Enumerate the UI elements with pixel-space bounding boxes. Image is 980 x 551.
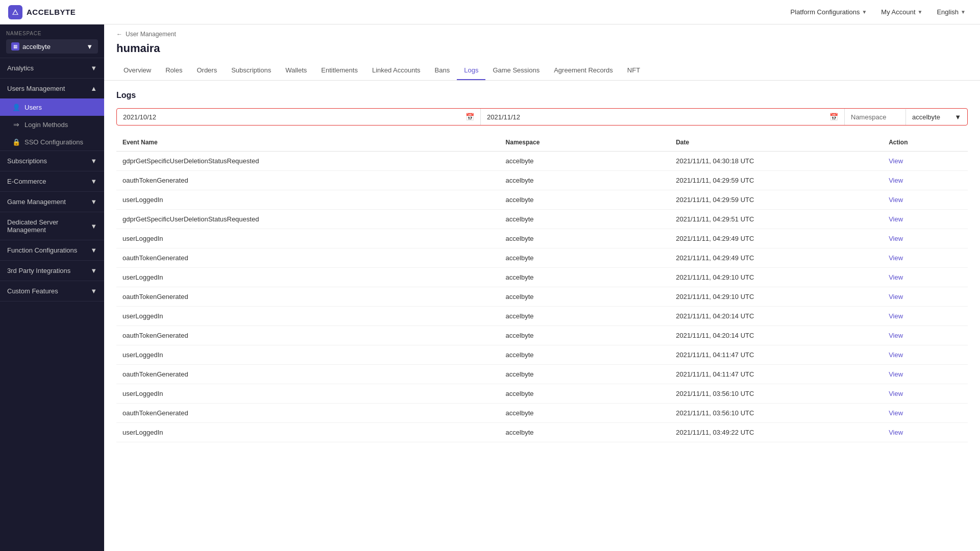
cell-event-5: oauthTokenGenerated bbox=[116, 248, 500, 268]
function-configurations-chevron-icon: ▼ bbox=[90, 246, 97, 254]
namespace-selector[interactable]: ▦ accelbyte ▼ bbox=[6, 39, 98, 54]
view-button-7[interactable]: View bbox=[889, 293, 903, 300]
sidebar-group-custom-features: Custom Features ▼ bbox=[0, 281, 104, 302]
table-row: userLoggedIn accelbyte 2021/11/11, 03:49… bbox=[116, 423, 968, 442]
cell-event-11: oauthTokenGenerated bbox=[116, 365, 500, 384]
cell-date-13: 2021/11/11, 03:56:10 UTC bbox=[670, 404, 883, 423]
view-button-5[interactable]: View bbox=[889, 254, 903, 262]
tab-bans[interactable]: Bans bbox=[428, 61, 457, 80]
sidebar-group-subscriptions: Subscriptions ▼ bbox=[0, 151, 104, 171]
table-row: oauthTokenGenerated accelbyte 2021/11/11… bbox=[116, 365, 968, 384]
namespace-chevron-icon: ▼ bbox=[86, 43, 93, 51]
view-button-13[interactable]: View bbox=[889, 409, 903, 417]
tab-orders[interactable]: Orders bbox=[189, 61, 224, 80]
cell-event-4: userLoggedIn bbox=[116, 229, 500, 248]
view-button-0[interactable]: View bbox=[889, 157, 903, 165]
view-button-12[interactable]: View bbox=[889, 390, 903, 397]
sidebar-group-users-management-header[interactable]: Users Management ▲ bbox=[0, 79, 104, 98]
game-management-chevron-icon: ▼ bbox=[90, 198, 97, 206]
cell-event-14: userLoggedIn bbox=[116, 423, 500, 442]
language-button[interactable]: English ▼ bbox=[930, 5, 972, 19]
tab-game-sessions[interactable]: Game Sessions bbox=[485, 61, 547, 80]
tab-nft[interactable]: NFT bbox=[620, 61, 647, 80]
date-from-input[interactable] bbox=[123, 113, 462, 121]
cell-namespace-2: accelbyte bbox=[500, 190, 670, 210]
sidebar-group-dedicated-server-header[interactable]: Dedicated Server Management ▼ bbox=[0, 212, 104, 240]
topbar: ACCELBYTE Platform Configurations ▼ My A… bbox=[0, 0, 980, 24]
cell-action-1: View bbox=[883, 171, 968, 190]
cell-date-1: 2021/11/11, 04:29:59 UTC bbox=[670, 171, 883, 190]
cell-date-3: 2021/11/11, 04:29:51 UTC bbox=[670, 210, 883, 229]
cell-namespace-5: accelbyte bbox=[500, 248, 670, 268]
sidebar-group-analytics-header[interactable]: Analytics ▼ bbox=[0, 58, 104, 78]
tab-logs[interactable]: Logs bbox=[457, 61, 485, 80]
view-button-11[interactable]: View bbox=[889, 370, 903, 378]
cell-date-7: 2021/11/11, 04:29:10 UTC bbox=[670, 287, 883, 307]
cell-event-1: oauthTokenGenerated bbox=[116, 171, 500, 190]
table-row: userLoggedIn accelbyte 2021/11/11, 04:11… bbox=[116, 345, 968, 365]
cell-namespace-1: accelbyte bbox=[500, 171, 670, 190]
view-button-8[interactable]: View bbox=[889, 312, 903, 320]
tab-subscriptions[interactable]: Subscriptions bbox=[224, 61, 278, 80]
sidebar-group-e-commerce-header[interactable]: E-Commerce ▼ bbox=[0, 171, 104, 191]
view-button-3[interactable]: View bbox=[889, 215, 903, 223]
users-management-chevron-icon: ▲ bbox=[90, 85, 97, 92]
tab-linked-accounts[interactable]: Linked Accounts bbox=[365, 61, 428, 80]
e-commerce-chevron-icon: ▼ bbox=[90, 178, 97, 185]
cell-action-9: View bbox=[883, 326, 968, 345]
view-button-6[interactable]: View bbox=[889, 273, 903, 281]
namespace-filter-select[interactable]: accelbyte ▼ bbox=[906, 109, 967, 125]
table-row: userLoggedIn accelbyte 2021/11/11, 04:29… bbox=[116, 190, 968, 210]
cell-event-6: userLoggedIn bbox=[116, 268, 500, 287]
table-row: oauthTokenGenerated accelbyte 2021/11/11… bbox=[116, 287, 968, 307]
table-row: gdprGetSpecificUserDeletionStatusRequest… bbox=[116, 210, 968, 229]
cell-date-12: 2021/11/11, 03:56:10 UTC bbox=[670, 384, 883, 404]
table-row: userLoggedIn accelbyte 2021/11/11, 04:29… bbox=[116, 229, 968, 248]
main-layout: NAMESPACE ▦ accelbyte ▼ Analytics ▼ User… bbox=[0, 24, 980, 551]
tab-wallets[interactable]: Wallets bbox=[278, 61, 314, 80]
cell-date-9: 2021/11/11, 04:20:14 UTC bbox=[670, 326, 883, 345]
language-chevron-icon: ▼ bbox=[961, 9, 966, 15]
cell-action-6: View bbox=[883, 268, 968, 287]
sidebar-group-3rd-party-header[interactable]: 3rd Party Integrations ▼ bbox=[0, 261, 104, 281]
table-row: userLoggedIn accelbyte 2021/11/11, 04:29… bbox=[116, 268, 968, 287]
date-to-input[interactable] bbox=[487, 113, 826, 121]
content: ← User Management humaira Overview Roles… bbox=[104, 24, 980, 551]
tab-agreement-records[interactable]: Agreement Records bbox=[547, 61, 620, 80]
view-button-10[interactable]: View bbox=[889, 351, 903, 359]
tab-overview[interactable]: Overview bbox=[116, 61, 158, 80]
logs-container: Logs 📅 📅 Namespace accelbyte ▼ bbox=[104, 81, 980, 551]
cell-namespace-13: accelbyte bbox=[500, 404, 670, 423]
cell-action-14: View bbox=[883, 423, 968, 442]
subscriptions-chevron-icon: ▼ bbox=[90, 157, 97, 165]
namespace-label: NAMESPACE bbox=[6, 31, 98, 36]
view-button-1[interactable]: View bbox=[889, 177, 903, 184]
tab-roles[interactable]: Roles bbox=[158, 61, 189, 80]
sidebar-group-function-configurations-header[interactable]: Function Configurations ▼ bbox=[0, 240, 104, 260]
cell-namespace-0: accelbyte bbox=[500, 152, 670, 171]
sidebar-item-login-methods[interactable]: ⇒ Login Methods bbox=[0, 116, 104, 133]
cell-namespace-8: accelbyte bbox=[500, 307, 670, 326]
cell-date-11: 2021/11/11, 04:11:47 UTC bbox=[670, 365, 883, 384]
view-button-14[interactable]: View bbox=[889, 429, 903, 436]
sidebar-group-custom-features-header[interactable]: Custom Features ▼ bbox=[0, 281, 104, 301]
sidebar-group-3rd-party: 3rd Party Integrations ▼ bbox=[0, 261, 104, 281]
cell-date-2: 2021/11/11, 04:29:59 UTC bbox=[670, 190, 883, 210]
sidebar-item-users[interactable]: 👤 Users bbox=[0, 98, 104, 116]
sidebar-group-users-management: Users Management ▲ 👤 Users ⇒ Login Metho… bbox=[0, 79, 104, 151]
view-button-4[interactable]: View bbox=[889, 235, 903, 242]
table-row: userLoggedIn accelbyte 2021/11/11, 04:20… bbox=[116, 307, 968, 326]
sidebar-group-subscriptions-header[interactable]: Subscriptions ▼ bbox=[0, 151, 104, 171]
sidebar-group-game-management-header[interactable]: Game Management ▼ bbox=[0, 192, 104, 212]
sidebar-group-game-management: Game Management ▼ bbox=[0, 192, 104, 212]
view-button-2[interactable]: View bbox=[889, 196, 903, 204]
platform-configs-button[interactable]: Platform Configurations ▼ bbox=[785, 5, 873, 19]
view-button-9[interactable]: View bbox=[889, 332, 903, 339]
cell-event-0: gdprGetSpecificUserDeletionStatusRequest… bbox=[116, 152, 500, 171]
cell-action-3: View bbox=[883, 210, 968, 229]
tab-entitlements[interactable]: Entitlements bbox=[314, 61, 365, 80]
my-account-button[interactable]: My Account ▼ bbox=[875, 5, 928, 19]
filter-row: 📅 📅 Namespace accelbyte ▼ bbox=[116, 108, 968, 126]
cell-action-0: View bbox=[883, 152, 968, 171]
sidebar-item-sso-configurations[interactable]: 🔒 SSO Configurations bbox=[0, 133, 104, 151]
